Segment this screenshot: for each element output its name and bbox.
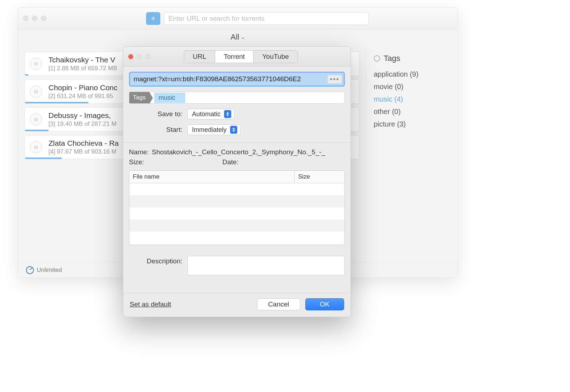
name-value: Shostakovich_-_Cello_Concerto_2,_Symphon…: [152, 148, 325, 156]
pause-icon[interactable]: II: [30, 141, 42, 153]
save-to-select[interactable]: Automatic: [187, 109, 234, 119]
modal-traffic-lights: [128, 54, 150, 59]
col-size[interactable]: Size: [295, 171, 344, 183]
magnet-url-input[interactable]: magnet:?xt=urn:btih:F83098AE862573563771…: [129, 72, 345, 87]
description-input[interactable]: [187, 256, 345, 275]
set-default-link[interactable]: Set as default: [130, 300, 252, 308]
table-row: [129, 183, 344, 195]
tab-torrent[interactable]: Torrent: [215, 51, 254, 63]
table-row: [129, 232, 344, 244]
tags-field-label: Tags: [129, 92, 149, 103]
search-input[interactable]: Enter URL or search for torrents: [164, 12, 369, 25]
toolbar: + Enter URL or search for torrents: [18, 7, 457, 30]
start-value: Immediately: [192, 126, 227, 134]
ok-button[interactable]: OK: [305, 298, 344, 310]
tab-youtube[interactable]: YouTube: [254, 51, 297, 63]
save-to-label: Save to:: [129, 110, 182, 118]
pause-icon[interactable]: II: [30, 58, 42, 70]
tag-item-music[interactable]: music (4): [374, 93, 450, 105]
add-torrent-dialog: URL Torrent YouTube magnet:?xt=urn:btih:…: [123, 46, 351, 317]
modal-body: magnet:?xt=urn:btih:F83098AE862573563771…: [123, 67, 351, 293]
pause-icon[interactable]: II: [30, 86, 42, 98]
download-status: [4] 97.67 MB of 903.16 M: [48, 148, 119, 155]
download-title: Debussy - Images,: [48, 111, 116, 120]
stepper-icon: [224, 110, 231, 118]
table-row: [129, 195, 344, 207]
download-status: [2] 631.24 MB of 991.95: [48, 93, 118, 100]
divider: [123, 142, 351, 143]
search-placeholder: Enter URL or search for torrents: [169, 15, 265, 22]
progress-bar: [25, 74, 28, 76]
table-row: [129, 207, 344, 220]
download-title: Chopin - Piano Conc: [48, 83, 118, 92]
start-label: Start:: [129, 126, 182, 134]
start-select[interactable]: Immediately: [187, 124, 240, 135]
speed-label: Unlimited: [37, 267, 62, 274]
file-table: File name Size: [129, 170, 345, 245]
zoom-icon[interactable]: [41, 16, 46, 21]
cancel-button[interactable]: Cancel: [257, 298, 300, 310]
tab-url[interactable]: URL: [184, 51, 215, 63]
stepper-icon: [230, 126, 237, 134]
modal-footer: Set as default Cancel OK: [123, 293, 351, 317]
more-icon[interactable]: •••: [328, 75, 342, 83]
source-tabs: URL Torrent YouTube: [184, 50, 298, 63]
date-label: Date:: [222, 158, 238, 166]
tag-ring-icon: [374, 55, 380, 62]
plus-icon: +: [151, 15, 156, 22]
speedometer-icon[interactable]: [26, 266, 34, 274]
tag-item-picture[interactable]: picture (3): [374, 118, 450, 130]
save-to-value: Automatic: [192, 110, 221, 118]
close-icon[interactable]: [128, 54, 133, 59]
download-status: [1] 2.88 MB of 659.72 MB: [48, 65, 117, 72]
minimize-icon: [137, 54, 142, 59]
tags-input[interactable]: Tags music: [129, 92, 345, 104]
tag-item-movie[interactable]: movie (0): [374, 81, 450, 93]
tag-item-application[interactable]: application (9): [374, 68, 450, 81]
magnet-url-value: magnet:?xt=urn:btih:F83098AE862573563771…: [134, 75, 340, 83]
progress-bar: [25, 130, 48, 131]
size-label: Size:: [129, 158, 144, 166]
tags-panel: Tags application (9) movie (0) music (4)…: [366, 47, 457, 278]
table-row: [129, 220, 344, 232]
name-label: Name:: [129, 148, 149, 156]
tags-header-label: Tags: [384, 54, 400, 63]
traffic-lights: [23, 16, 46, 21]
pause-icon[interactable]: II: [30, 113, 42, 125]
tag-chip-music[interactable]: music: [154, 93, 185, 103]
download-title: Tchaikovsky - The V: [48, 56, 117, 64]
modal-titlebar: URL Torrent YouTube: [123, 47, 351, 67]
tag-item-other[interactable]: other (0): [374, 105, 450, 118]
description-label: Description:: [129, 256, 182, 275]
filter-dropdown[interactable]: All⌄: [18, 30, 457, 47]
minimize-icon[interactable]: [32, 16, 37, 21]
tags-header: Tags: [374, 54, 450, 63]
col-filename[interactable]: File name: [129, 171, 295, 183]
filter-label: All: [230, 32, 239, 41]
download-status: [3] 19.40 MB of 287.21 M: [48, 120, 116, 128]
download-title: Zlata Chochieva - Ra: [48, 139, 119, 148]
zoom-icon: [145, 54, 150, 59]
chevron-down-icon: ⌄: [241, 34, 245, 40]
progress-bar: [25, 102, 88, 103]
close-icon[interactable]: [23, 16, 28, 21]
progress-bar: [25, 158, 62, 159]
add-button[interactable]: +: [146, 12, 160, 25]
